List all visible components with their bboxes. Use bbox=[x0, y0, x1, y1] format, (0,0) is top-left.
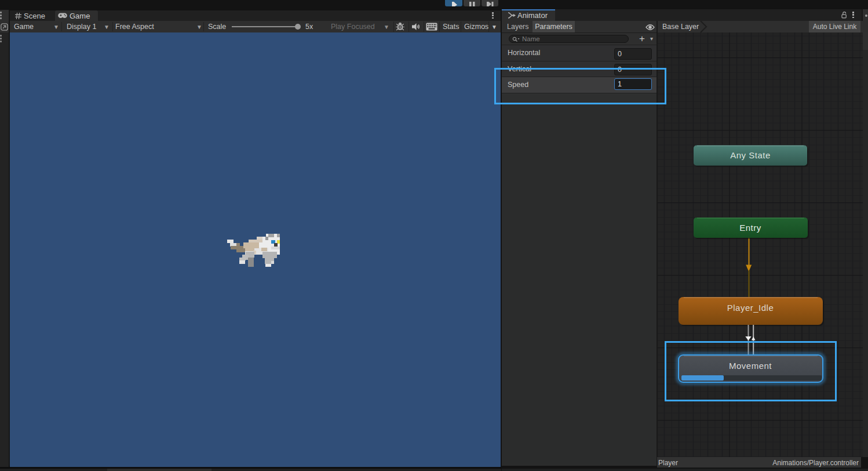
svg-text:Player_Idle: Player_Idle bbox=[727, 303, 774, 313]
svg-text:Entry: Entry bbox=[739, 223, 761, 233]
svg-text:Any State: Any State bbox=[730, 150, 771, 160]
